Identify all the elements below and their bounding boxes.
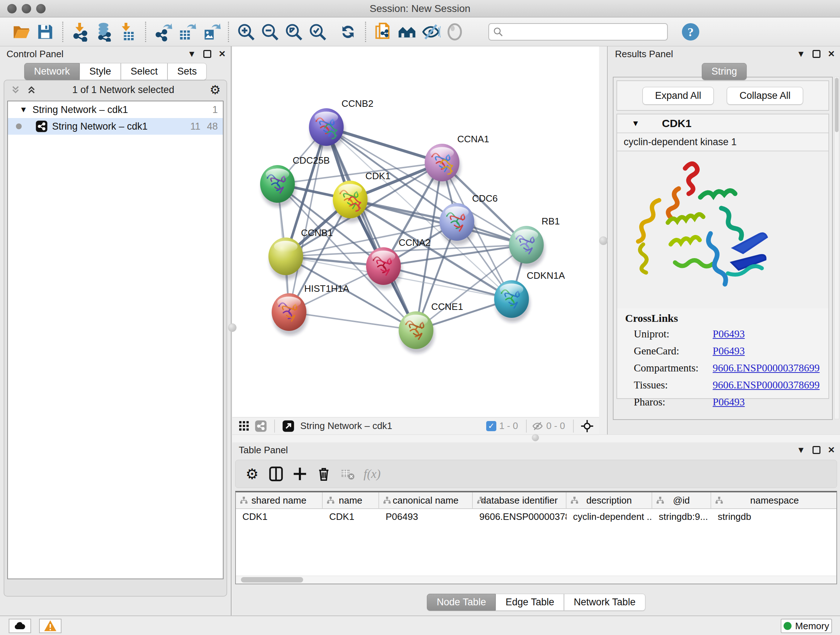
table-cell[interactable]: P06493: [379, 509, 473, 526]
column-header-namespace[interactable]: namespace: [711, 492, 837, 508]
export-image-icon[interactable]: [199, 21, 223, 43]
table-settings-gear-icon[interactable]: ⚙: [242, 464, 262, 484]
zoom-in-icon[interactable]: [234, 21, 258, 43]
table-cell[interactable]: 9606.ENSP00000378699: [473, 509, 567, 526]
control-splitter-knob[interactable]: [228, 323, 237, 332]
network-options-gear-icon[interactable]: ⚙: [210, 82, 221, 97]
network-share-toggle-icon[interactable]: [253, 419, 269, 433]
import-table-icon[interactable]: [116, 21, 140, 43]
function-builder-button[interactable]: f(x): [363, 467, 381, 481]
table-cell[interactable]: stringdb:9...: [652, 509, 711, 526]
table-cell[interactable]: CDK1: [323, 509, 379, 526]
save-session-icon[interactable]: [33, 21, 57, 43]
network-node-CCNE1[interactable]: [399, 311, 434, 353]
network-graph[interactable]: CCNB2CCNA1CDC25BCDK1CDC6RB1CCNB1CCNA2CDK…: [232, 46, 599, 417]
refresh-icon[interactable]: [336, 21, 360, 43]
network-collection-row[interactable]: ▼ String Network – cdk1 1: [8, 101, 223, 118]
zoom-fit-icon[interactable]: [282, 21, 306, 43]
crosslink-link[interactable]: 9606.ENSP00000378699: [713, 362, 820, 374]
column-header-description[interactable]: description: [567, 492, 652, 508]
duplicate-network-icon[interactable]: [371, 21, 395, 43]
column-header-canonical-name[interactable]: canonical name: [379, 492, 473, 508]
panel-menu-icon[interactable]: ▼: [187, 50, 196, 58]
tab-network[interactable]: Network: [24, 63, 80, 80]
results-splitter-knob[interactable]: [599, 236, 608, 245]
column-header-shared-name[interactable]: shared name: [236, 492, 323, 508]
table-row[interactable]: CDK1CDK1P064939606.ENSP00000378699cyclin…: [236, 509, 836, 526]
entry-collapse-triangle-icon[interactable]: ▼: [632, 119, 639, 128]
import-network-icon[interactable]: [68, 21, 92, 43]
network-node-CDKN1A[interactable]: [494, 280, 530, 322]
export-table-icon[interactable]: [175, 21, 199, 43]
pan-crosshair-icon[interactable]: [579, 419, 595, 433]
tab-select[interactable]: Select: [121, 63, 167, 80]
crosslink-link[interactable]: P06493: [713, 396, 745, 408]
table-hscrollbar[interactable]: [236, 576, 836, 584]
collapse-triangle-icon[interactable]: ▼: [19, 105, 27, 114]
delete-table-icon[interactable]: [338, 464, 358, 484]
table-cell[interactable]: stringdb: [711, 509, 837, 526]
float-panel-icon[interactable]: [813, 446, 821, 454]
zoom-selected-icon[interactable]: [306, 21, 330, 43]
results-scrollbar[interactable]: [834, 77, 839, 419]
birdseye-grid-icon[interactable]: [236, 419, 253, 433]
tab-style[interactable]: Style: [80, 63, 121, 80]
add-column-icon[interactable]: [290, 464, 310, 484]
houses-icon[interactable]: [395, 21, 419, 43]
close-panel-icon[interactable]: ✕: [828, 50, 835, 58]
search-field[interactable]: [488, 23, 668, 41]
tab-sets[interactable]: Sets: [167, 63, 207, 80]
tab-network-table[interactable]: Network Table: [564, 594, 645, 611]
network-row[interactable]: String Network – cdk1 11 48: [8, 118, 223, 135]
warning-button[interactable]: [39, 619, 62, 633]
table-cell[interactable]: cyclin-dependent ...: [567, 509, 652, 526]
show-columns-icon[interactable]: [266, 464, 286, 484]
expand-all-button[interactable]: Expand All: [643, 87, 714, 105]
help-button[interactable]: ?: [679, 21, 703, 43]
network-node-HIST1H1A[interactable]: [272, 293, 308, 335]
crosslink-link[interactable]: P06493: [713, 328, 745, 340]
close-panel-icon[interactable]: ✕: [828, 446, 835, 454]
expand-all-icon[interactable]: [26, 84, 37, 95]
column-header-database-identifier[interactable]: database identifier: [473, 492, 567, 508]
network-node-CCNA1[interactable]: [425, 144, 461, 186]
search-input[interactable]: [504, 26, 663, 37]
column-header-@id[interactable]: @id: [652, 492, 711, 508]
panel-menu-icon[interactable]: ▼: [797, 446, 805, 454]
network-node-CCNB2[interactable]: [309, 108, 345, 150]
network-node-CDK1[interactable]: [333, 181, 369, 223]
toolbar-separator: [365, 22, 366, 42]
open-session-icon[interactable]: [9, 21, 33, 43]
zoom-out-icon[interactable]: [258, 21, 282, 43]
memory-button[interactable]: Memory: [781, 619, 832, 633]
table-cell[interactable]: CDK1: [236, 509, 323, 526]
crosslink-link[interactable]: 9606.ENSP00000378699: [713, 379, 820, 391]
network-canvas[interactable]: CCNB2CCNA1CDC25BCDK1CDC6RB1CCNB1CCNA2CDK…: [232, 46, 599, 417]
float-panel-icon[interactable]: [813, 50, 821, 58]
tab-edge-table[interactable]: Edge Table: [496, 594, 564, 611]
collapse-all-icon[interactable]: [10, 84, 21, 95]
close-panel-icon[interactable]: ✕: [218, 50, 226, 58]
panel-menu-icon[interactable]: ▼: [797, 50, 805, 58]
network-label: String Network – cdk1: [52, 121, 148, 132]
tab-string[interactable]: String: [702, 63, 747, 80]
collapse-all-button[interactable]: Collapse All: [727, 87, 803, 105]
open-external-icon[interactable]: [280, 419, 297, 433]
table-splitter-knob[interactable]: [532, 434, 539, 441]
import-network-from-database-icon[interactable]: [92, 21, 116, 43]
horizontal-splitter[interactable]: [232, 434, 840, 442]
hidden-eye-icon[interactable]: [532, 420, 543, 432]
crosslink-link[interactable]: P06493: [713, 345, 745, 357]
hide-selected-eye-icon[interactable]: [419, 21, 443, 43]
selected-checkbox-icon[interactable]: ✓: [486, 421, 496, 431]
float-panel-icon[interactable]: [203, 50, 211, 58]
network-node-CDC25B[interactable]: [260, 165, 296, 207]
delete-column-trash-icon[interactable]: [314, 464, 334, 484]
tab-node-table[interactable]: Node Table: [427, 594, 496, 611]
column-header-name[interactable]: name: [323, 492, 379, 508]
export-network-icon[interactable]: [151, 21, 175, 43]
show-all-eye-icon[interactable]: [443, 21, 467, 43]
network-node-RB1[interactable]: [509, 226, 545, 268]
network-node-CDC6[interactable]: [439, 203, 475, 245]
cloud-button[interactable]: [9, 619, 31, 633]
